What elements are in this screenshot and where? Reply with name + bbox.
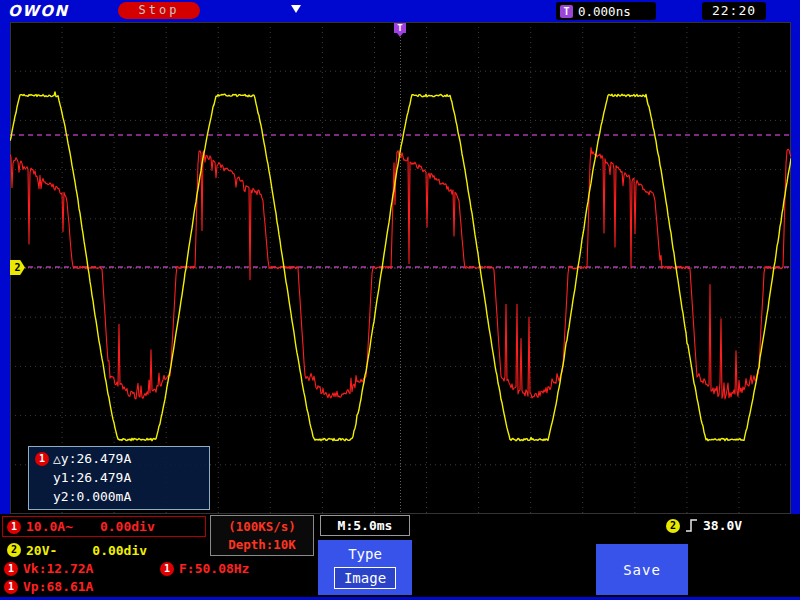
channel1-offset: 0.00div <box>100 519 155 534</box>
waveform-display: T 2 1 △y:26.479A y1:26.479A y2:0.000mA <box>10 22 791 514</box>
trigger-level-info[interactable]: 2 38.0V <box>666 518 742 533</box>
channel2-scale: 20V- <box>26 543 57 558</box>
memory-depth: Depth:10K <box>211 536 313 554</box>
sample-rate: (100KS/s) <box>211 518 313 536</box>
trigger-t-icon: T <box>560 5 573 18</box>
measurement-vp: 1 Vp:68.61A <box>4 579 93 594</box>
rising-edge-icon <box>685 518 698 533</box>
run-stop-button[interactable]: Stop <box>118 2 200 19</box>
measurement-frequency-value: F:50.08Hz <box>179 561 249 576</box>
top-bar: OWON Stop T 0.000ns 22:20 <box>0 0 800 22</box>
channel1-status[interactable]: 1 10.0A~ 0.00div <box>2 516 206 537</box>
cursor-y2-value: y2:0.000mA <box>35 487 203 506</box>
type-button-value: Image <box>334 567 396 589</box>
cursor-y1-value: y1:26.479A <box>35 468 203 487</box>
cursor-delta-row: 1 △y:26.479A <box>35 449 203 468</box>
clock: 22:20 <box>702 2 766 20</box>
trigger-channel-badge-icon: 2 <box>666 519 680 533</box>
channel2-offset: 0.00div <box>92 543 147 558</box>
channel1-badge-icon: 1 <box>4 580 18 594</box>
type-image-button[interactable]: Type Image <box>318 540 412 595</box>
channel1-badge-icon: 1 <box>35 452 49 466</box>
trigger-level-value: 38.0V <box>703 518 742 533</box>
measurement-vk-value: Vk:12.72A <box>23 561 93 576</box>
oscilloscope-screen: OWON Stop T 0.000ns 22:20 T 2 1 △y:26.47… <box>0 0 800 600</box>
type-button-title: Type <box>348 546 382 562</box>
measurement-vk: 1 Vk:12.72A <box>4 561 93 576</box>
cursor-measure-box: 1 △y:26.479A y1:26.479A y2:0.000mA <box>28 446 210 510</box>
measurement-vp-value: Vp:68.61A <box>23 579 93 594</box>
channel1-scale: 10.0A~ <box>26 519 73 534</box>
channel2-badge-icon: 2 <box>7 543 21 557</box>
status-bar: 1 10.0A~ 0.00div 2 20V- 0.00div (100KS/s… <box>0 514 800 597</box>
trigger-position-marker[interactable]: T <box>394 23 406 33</box>
trigger-offset-value: 0.000ns <box>578 4 631 19</box>
channel1-badge-icon: 1 <box>7 520 21 534</box>
cursor-delta-value: △y:26.479A <box>53 449 131 468</box>
save-button[interactable]: Save <box>596 544 688 595</box>
measurement-frequency: 1 F:50.08Hz <box>160 561 249 576</box>
channel2-status[interactable]: 2 20V- 0.00div <box>3 541 151 559</box>
acquisition-info-box: (100KS/s) Depth:10K <box>210 515 314 556</box>
brand-logo: OWON <box>8 2 69 20</box>
channel1-badge-icon: 1 <box>4 562 18 576</box>
scope-canvas <box>10 22 791 514</box>
horizontal-position-marker-icon <box>291 5 301 13</box>
trigger-offset-box: T 0.000ns <box>556 2 656 20</box>
timebase-box[interactable]: M:5.0ms <box>320 515 410 536</box>
channel1-badge-icon: 1 <box>160 562 174 576</box>
